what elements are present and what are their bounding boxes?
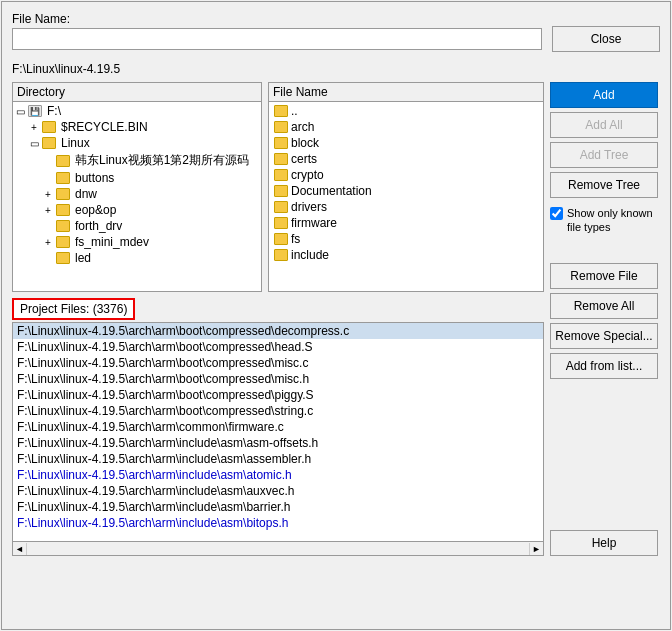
tree-item[interactable]: 韩东Linux视频第1第2期所有源码 <box>14 151 260 170</box>
project-list-item[interactable]: F:\Linux\linux-4.19.5\arch\arm\include\a… <box>13 483 543 499</box>
close-button[interactable]: Close <box>552 26 660 52</box>
tree-item[interactable]: +$RECYCLE.BIN <box>14 119 260 135</box>
tree-item-label: 韩东Linux视频第1第2期所有源码 <box>75 152 249 169</box>
file-item[interactable]: Documentation <box>270 183 542 199</box>
add-button[interactable]: Add <box>550 82 658 108</box>
project-list-item[interactable]: F:\Linux\linux-4.19.5\arch\arm\boot\comp… <box>13 355 543 371</box>
tree-item-label: forth_drv <box>75 219 122 233</box>
directory-header: Directory <box>12 82 262 101</box>
expand-icon[interactable]: ▭ <box>28 138 40 149</box>
tree-item-label: buttons <box>75 171 114 185</box>
file-item-label: Documentation <box>291 184 372 198</box>
show-known-label: Show only knownfile types <box>567 206 653 235</box>
folder-icon <box>56 252 70 264</box>
project-list-item[interactable]: F:\Linux\linux-4.19.5\arch\arm\boot\comp… <box>13 323 543 339</box>
show-known-checkbox[interactable] <box>550 207 563 220</box>
file-name-input[interactable] <box>12 28 542 50</box>
file-list: ..archblockcertscryptoDocumentationdrive… <box>268 101 544 292</box>
tree-item[interactable]: ▭💾F:\ <box>14 103 260 119</box>
tree-item[interactable]: buttons <box>14 170 260 186</box>
tree-item-label: F:\ <box>47 104 61 118</box>
tree-item[interactable]: ▭Linux <box>14 135 260 151</box>
folder-icon <box>56 204 70 216</box>
folder-icon <box>42 137 56 149</box>
expand-icon[interactable]: + <box>28 122 40 133</box>
tree-item-label: led <box>75 251 91 265</box>
file-item[interactable]: .. <box>270 103 542 119</box>
folder-icon <box>274 121 288 133</box>
expand-icon[interactable]: ▭ <box>14 106 26 117</box>
file-item-label: .. <box>291 104 298 118</box>
tree-item-label: $RECYCLE.BIN <box>61 120 148 134</box>
tree-item-label: eop&op <box>75 203 116 217</box>
file-item-label: fs <box>291 232 300 246</box>
folder-icon <box>56 220 70 232</box>
project-list-item[interactable]: F:\Linux\linux-4.19.5\arch\arm\common\fi… <box>13 419 543 435</box>
directory-list: ▭💾F:\+$RECYCLE.BIN▭Linux韩东Linux视频第1第2期所有… <box>12 101 262 292</box>
folder-icon <box>274 201 288 213</box>
folder-icon <box>274 137 288 149</box>
project-files-list: F:\Linux\linux-4.19.5\arch\arm\boot\comp… <box>12 322 544 542</box>
folder-icon <box>56 155 70 167</box>
file-panel-header: File Name <box>268 82 544 101</box>
folder-icon <box>42 121 56 133</box>
add-all-button[interactable]: Add All <box>550 112 658 138</box>
tree-item-label: Linux <box>61 136 90 150</box>
file-item-label: crypto <box>291 168 324 182</box>
project-list-item[interactable]: F:\Linux\linux-4.19.5\arch\arm\include\a… <box>13 435 543 451</box>
folder-icon <box>274 249 288 261</box>
file-item-label: drivers <box>291 200 327 214</box>
remove-all-button[interactable]: Remove All <box>550 293 658 319</box>
project-list-item[interactable]: F:\Linux\linux-4.19.5\arch\arm\boot\comp… <box>13 387 543 403</box>
project-list-item[interactable]: F:\Linux\linux-4.19.5\arch\arm\include\a… <box>13 467 543 483</box>
tree-item-label: fs_mini_mdev <box>75 235 149 249</box>
expand-icon[interactable]: + <box>42 189 54 200</box>
add-tree-button[interactable]: Add Tree <box>550 142 658 168</box>
file-item[interactable]: drivers <box>270 199 542 215</box>
remove-tree-button[interactable]: Remove Tree <box>550 172 658 198</box>
folder-icon <box>274 169 288 181</box>
file-item-label: arch <box>291 120 314 134</box>
project-list-item[interactable]: F:\Linux\linux-4.19.5\arch\arm\boot\comp… <box>13 339 543 355</box>
project-files-header: Project Files: (3376) <box>12 298 135 320</box>
folder-icon <box>56 236 70 248</box>
drive-icon: 💾 <box>28 105 42 117</box>
folder-icon <box>274 153 288 165</box>
file-item[interactable]: block <box>270 135 542 151</box>
tree-item-label: dnw <box>75 187 97 201</box>
file-item[interactable]: firmware <box>270 215 542 231</box>
remove-special-button[interactable]: Remove Special... <box>550 323 658 349</box>
folder-icon <box>274 185 288 197</box>
project-list-item[interactable]: F:\Linux\linux-4.19.5\arch\arm\boot\comp… <box>13 403 543 419</box>
file-item-label: certs <box>291 152 317 166</box>
tree-item[interactable]: +eop&op <box>14 202 260 218</box>
folder-icon <box>56 188 70 200</box>
remove-file-button[interactable]: Remove File <box>550 263 658 289</box>
tree-item[interactable]: led <box>14 250 260 266</box>
file-item[interactable]: fs <box>270 231 542 247</box>
tree-item[interactable]: +fs_mini_mdev <box>14 234 260 250</box>
expand-icon[interactable]: + <box>42 205 54 216</box>
file-item-label: firmware <box>291 216 337 230</box>
file-item[interactable]: include <box>270 247 542 263</box>
file-item[interactable]: crypto <box>270 167 542 183</box>
file-item[interactable]: arch <box>270 119 542 135</box>
folder-icon <box>56 172 70 184</box>
file-item-label: include <box>291 248 329 262</box>
current-path: F:\Linux\linux-4.19.5 <box>12 62 660 76</box>
file-name-label: File Name: <box>12 12 542 26</box>
project-list-item[interactable]: F:\Linux\linux-4.19.5\arch\arm\boot\comp… <box>13 371 543 387</box>
project-list-item[interactable]: F:\Linux\linux-4.19.5\arch\arm\include\a… <box>13 499 543 515</box>
help-button[interactable]: Help <box>550 530 658 556</box>
main-dialog: File Name: Close F:\Linux\linux-4.19.5 D… <box>1 1 671 630</box>
folder-icon <box>274 105 288 117</box>
tree-item[interactable]: forth_drv <box>14 218 260 234</box>
tree-item[interactable]: +dnw <box>14 186 260 202</box>
file-item-label: block <box>291 136 319 150</box>
project-list-item[interactable]: F:\Linux\linux-4.19.5\arch\arm\include\a… <box>13 515 543 531</box>
project-list-item[interactable]: F:\Linux\linux-4.19.5\arch\arm\include\a… <box>13 451 543 467</box>
expand-icon[interactable]: + <box>42 237 54 248</box>
add-from-list-button[interactable]: Add from list... <box>550 353 658 379</box>
file-item[interactable]: certs <box>270 151 542 167</box>
folder-icon <box>274 233 288 245</box>
